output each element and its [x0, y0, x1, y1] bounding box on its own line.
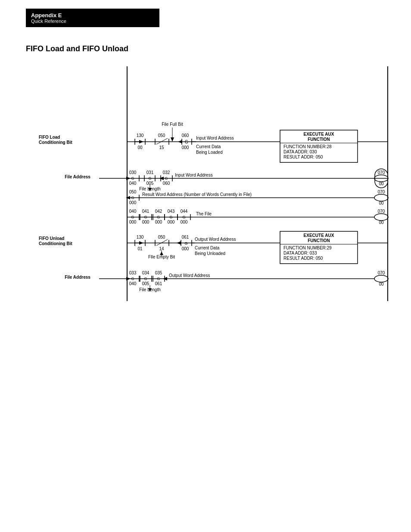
g-044-addr: 044	[181, 209, 188, 214]
u-contact-130: 130	[137, 235, 144, 240]
result-addr-label-1: RESULT ADDR: 050	[283, 155, 323, 159]
being-unloaded-label: Being Unloaded	[195, 251, 225, 256]
coil-070-3: 070	[378, 209, 385, 214]
svg-marker-87	[177, 241, 181, 245]
svg-text:G: G	[131, 196, 134, 200]
file-address-label-2: File Address	[65, 275, 90, 280]
contact-130: 130	[137, 133, 144, 138]
fifo-unload-label: FIFO Unload	[39, 236, 64, 241]
contact-130-bot: 00	[137, 145, 143, 150]
input-word-label-2: Input Word Address	[175, 173, 213, 177]
header-subtitle: Quick Reference	[31, 19, 154, 24]
svg-marker-93	[160, 252, 163, 255]
svg-text:G: G	[184, 241, 187, 246]
svg-text:G: G	[157, 215, 160, 219]
u-exec-box-line2: FUNCTION	[308, 238, 330, 243]
g-034-addr: 034	[142, 271, 149, 275]
diagram-container: FIFO Load Conditioning Bit 130 00 050 15…	[13, 62, 398, 303]
ladder-diagram: FIFO Load Conditioning Bit 130 00 050 15…	[13, 62, 401, 303]
g-030-addr: 030	[129, 170, 137, 175]
g-034-bot: 005	[142, 281, 149, 286]
svg-marker-47	[126, 196, 130, 199]
svg-point-52	[374, 194, 388, 201]
svg-line-85	[156, 240, 168, 246]
svg-point-75	[374, 214, 388, 221]
g-050-bot: 000	[129, 200, 137, 205]
svg-text:G: G	[169, 215, 172, 219]
g-043-bot: 000	[168, 220, 175, 224]
contact-g-060-addr: 060	[182, 133, 189, 138]
g-044-bot: 000	[181, 220, 188, 224]
g-050-addr: 050	[129, 190, 137, 194]
g-041-bot: 000	[142, 220, 149, 224]
u-contact-050: 050	[158, 235, 165, 240]
fn-number-label-1: FUNCTION NUMBER:28	[283, 144, 332, 149]
file-address-label-1: File Address	[65, 174, 90, 179]
being-loaded-label: Being Loaded	[196, 150, 223, 155]
g-040-addr: 040	[129, 209, 137, 214]
svg-text:G: G	[157, 277, 160, 281]
g-031-addr: 031	[146, 170, 154, 175]
contact-050-bot: 15	[159, 145, 164, 150]
g-042-bot: 000	[155, 220, 162, 224]
g-032-bot: 060	[163, 181, 170, 186]
header-banner: Appendix E Quick Reference	[26, 9, 159, 27]
output-word-label-2: Output Word Address	[169, 273, 210, 278]
svg-line-11	[156, 138, 168, 144]
g-033-addr: 033	[129, 271, 137, 275]
svg-text:G: G	[131, 176, 134, 180]
fifo-load-label: FIFO Load	[39, 135, 60, 140]
u-data-addr-label: DATA ADDR: 033	[283, 251, 317, 255]
u-contact-g1-bot: 000	[182, 246, 189, 251]
contact-g1-bot: 000	[182, 145, 189, 150]
result-word-label: Result Word Address (Number of Words Cur…	[142, 192, 252, 197]
svg-text:G: G	[144, 215, 147, 219]
data-addr-label-1: DATA ADDR: 030	[283, 149, 317, 154]
g-030-bot: 040	[129, 181, 137, 186]
current-data-label-2: Current Data	[195, 246, 220, 250]
svg-text:G: G	[144, 277, 147, 281]
coil-070-4-bot: 00	[379, 282, 384, 286]
output-word-label-1: Output Word Address	[195, 237, 236, 242]
g-035-addr: 035	[155, 271, 162, 275]
g-040-bot: 000	[129, 220, 137, 224]
exec-box-line1: EXECUTE AUX	[304, 132, 334, 137]
file-full-bit-label: File Full Bit	[162, 122, 183, 127]
svg-marker-37	[159, 177, 164, 180]
the-file-label: The File	[196, 212, 212, 216]
fifo-load-sublabel: Conditioning Bit	[39, 140, 72, 145]
svg-point-116	[374, 275, 388, 282]
coil-070-1: 070	[378, 170, 385, 175]
u-contact-130-bot: 01	[137, 246, 143, 251]
coil-070-4: 070	[378, 271, 385, 275]
svg-text:G: G	[131, 215, 134, 219]
g-035-bot: 061	[155, 281, 162, 286]
g-042-addr: 042	[155, 209, 162, 214]
u-contact-g-061-addr: 061	[182, 235, 189, 240]
contact-050: 050	[158, 133, 165, 138]
svg-text:G: G	[165, 176, 168, 180]
u-fn-number-label: FUNCTION NUMBER:29	[283, 246, 332, 250]
svg-text:G: G	[148, 176, 151, 180]
svg-text:G: G	[131, 277, 134, 281]
current-data-label-1: Current Data	[196, 144, 221, 149]
coil-070-3-bot: 00	[379, 220, 384, 225]
g-043-addr: 043	[168, 209, 175, 214]
g-041-addr: 041	[142, 209, 149, 214]
coil-070-2-bot: 00	[379, 201, 384, 205]
exec-box-line2: FUNCTION	[308, 137, 330, 142]
coil-070-2: 070	[378, 190, 385, 194]
section-title: FIFO Load and FIFO Unload	[26, 44, 411, 53]
g-032-addr: 032	[163, 170, 170, 175]
input-word-label-1: Input Word Address	[196, 136, 234, 140]
g-033-bot: 040	[129, 281, 137, 286]
header-title: Appendix E	[31, 12, 154, 19]
u-result-addr-label: RESULT ADDR: 050	[283, 256, 323, 261]
fifo-unload-sublabel: Conditioning Bit	[39, 241, 72, 246]
svg-marker-19	[171, 137, 174, 142]
u-exec-box-line1: EXECUTE AUX	[304, 233, 334, 238]
contact-g1: G	[185, 140, 188, 144]
svg-text:G: G	[182, 215, 185, 219]
